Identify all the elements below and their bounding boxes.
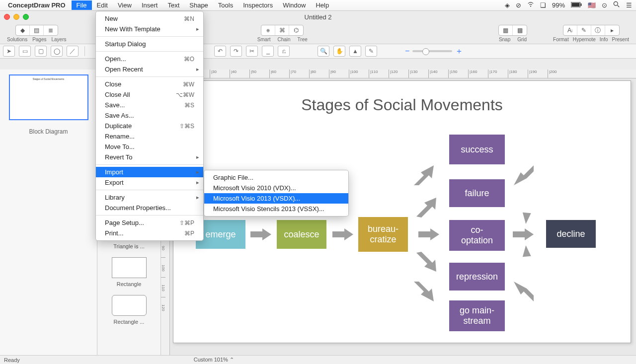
diamond-icon[interactable]: ◈ [505, 1, 510, 9]
format-icon[interactable]: Aᵢ [563, 25, 577, 35]
menu-edit[interactable]: Edit [92, 0, 113, 10]
status-zoom[interactable]: Custom 101% ⌃ [194, 357, 234, 363]
file-menu-item[interactable]: Close All⌥⌘W [96, 89, 203, 100]
menu-view[interactable]: View [113, 0, 137, 10]
stamp-tool-icon[interactable]: ▲ [349, 46, 361, 57]
svg-marker-9 [414, 282, 434, 301]
close-window-icon[interactable] [4, 14, 10, 20]
node-cooptation[interactable]: co- optation [449, 220, 505, 251]
pointer-tool-icon[interactable]: ➤ [3, 46, 15, 57]
solutions-icon[interactable]: ◆ [16, 25, 30, 35]
file-menu-item[interactable]: Open...⌘O [96, 54, 203, 64]
menu-window[interactable]: Window [278, 0, 311, 10]
file-menu-item[interactable]: Save...⌘S [96, 100, 203, 110]
menu-tools[interactable]: Tools [213, 0, 238, 10]
eyedrop-icon[interactable]: ✎ [365, 46, 377, 57]
file-menu-item[interactable]: Export [96, 177, 203, 188]
import-menu-item[interactable]: Microsoft Visio Stencils 2013 (VSSX)... [204, 204, 348, 214]
node-success[interactable]: success [449, 135, 505, 164]
rect-tool-icon[interactable]: ▢ [35, 46, 47, 57]
minimize-window-icon[interactable] [13, 14, 19, 20]
menu-file[interactable]: File [72, 0, 92, 10]
zoom-out-icon[interactable]: − [405, 47, 409, 56]
file-menu-item[interactable]: Save As... [96, 110, 203, 121]
app-name[interactable]: ConceptDraw PRO [8, 1, 66, 9]
search-icon[interactable] [613, 1, 620, 9]
pages-label: Pages [32, 37, 46, 42]
grid-icon[interactable]: ▩ [513, 25, 527, 35]
file-menu-item[interactable]: Duplicate⇧⌘S [96, 121, 203, 131]
battery-icon[interactable] [571, 1, 582, 9]
import-menu-item[interactable]: Microsoft Visio 2010 (VDX)... [204, 183, 348, 193]
arrow-diag-icon [512, 245, 543, 276]
flag-icon[interactable]: 🇺🇸 [588, 1, 596, 9]
svg-line-5 [618, 5, 620, 7]
ellipse-tool-icon[interactable]: ◯ [51, 46, 63, 57]
page-thumbnail[interactable]: Stages of Social Movements [9, 74, 88, 120]
file-menu-item[interactable]: Move To... [96, 142, 203, 152]
menu-inspectors[interactable]: Inspectors [238, 0, 278, 10]
layers-icon[interactable]: ≣ [44, 25, 58, 35]
pages-icon[interactable]: ▤ [30, 25, 44, 35]
zoom-in-icon[interactable]: ＋ [455, 46, 463, 57]
shape-rect-label: Rectangle [117, 281, 142, 287]
zoom-slider[interactable] [412, 50, 452, 52]
file-menu-item[interactable]: Library [96, 192, 203, 203]
hand-tool-icon[interactable]: ✋ [333, 46, 345, 57]
smart-icon[interactable]: ⎈ [261, 25, 275, 35]
svg-point-0 [530, 5, 531, 6]
node-coalesce[interactable]: coalesce [277, 220, 326, 249]
present-icon[interactable]: ▸ [605, 25, 619, 35]
undo-icon[interactable]: ↶ [214, 46, 226, 57]
grid-label: Grid [517, 37, 527, 42]
display-icon[interactable]: ❏ [540, 1, 546, 9]
node-decline[interactable]: decline [546, 220, 596, 248]
import-menu-item[interactable]: Microsoft Visio 2013 (VSDX)... [204, 193, 348, 204]
node-repression[interactable]: repression [449, 263, 505, 291]
menu-text[interactable]: Text [162, 0, 184, 10]
wifi-icon[interactable] [527, 1, 534, 9]
redo-icon[interactable]: ↷ [230, 46, 242, 57]
unlink-icon[interactable]: ⎌ [278, 46, 290, 57]
menu-shape[interactable]: Shape [184, 0, 213, 10]
clock-icon[interactable]: ⊘ [516, 1, 521, 9]
file-menu-item[interactable]: Revert To [96, 152, 203, 162]
import-menu-item[interactable]: Graphic File... [204, 172, 348, 183]
zoom-tool-icon[interactable]: 🔍 [318, 46, 329, 57]
file-menu-item[interactable]: Print...⌘P [96, 228, 203, 238]
node-go-mainstream[interactable]: go main- stream [449, 300, 505, 331]
menu-help[interactable]: Help [311, 0, 334, 10]
format-label: Format [553, 37, 569, 42]
file-menu-item[interactable]: Page Setup...⇧⌘P [96, 218, 203, 228]
link-icon[interactable]: ⎯ [262, 46, 274, 57]
file-menu-item[interactable]: Startup Dialog [96, 39, 203, 49]
shape-rectangle[interactable]: Rectangle [112, 257, 147, 287]
file-menu-item[interactable]: New With Template [96, 24, 203, 34]
status-bar: Ready Custom 101% ⌃ [0, 355, 636, 364]
shape-rounded-rect[interactable]: Rectangle ... [112, 295, 147, 325]
file-menu-item[interactable]: Import [96, 167, 203, 177]
menu-insert[interactable]: Insert [137, 0, 163, 10]
clock2-icon[interactable]: ⊙ [602, 1, 607, 9]
node-bureaucratize[interactable]: bureau- cratize [358, 217, 408, 252]
chain-icon[interactable]: ⌘ [275, 25, 289, 35]
select-tool-icon[interactable]: ▭ [19, 46, 31, 57]
file-menu-item[interactable]: Open Recent [96, 64, 203, 74]
pages-sidebar: Stages of Social Movements Block Diagram [0, 70, 97, 355]
arrow-icon [332, 228, 353, 240]
svg-point-4 [614, 1, 618, 5]
cut-icon[interactable]: ✂ [246, 46, 258, 57]
tree-label: Tree [298, 37, 308, 42]
list-icon[interactable]: ☰ [626, 1, 632, 9]
info-icon[interactable]: ⓘ [591, 25, 605, 35]
line-tool-icon[interactable]: ／ [67, 46, 79, 57]
zoom-window-icon[interactable] [23, 14, 29, 20]
snap-icon[interactable]: ▦ [499, 25, 513, 35]
file-menu-item[interactable]: Close⌘W [96, 79, 203, 89]
hypernote-icon[interactable]: ✎ [577, 25, 591, 35]
file-menu-item[interactable]: Document Properties... [96, 203, 203, 213]
tree-icon[interactable]: ⌬ [289, 25, 303, 35]
file-menu-item[interactable]: Rename... [96, 131, 203, 142]
node-failure[interactable]: failure [449, 179, 505, 207]
file-menu-item[interactable]: New⌘N [96, 13, 203, 24]
